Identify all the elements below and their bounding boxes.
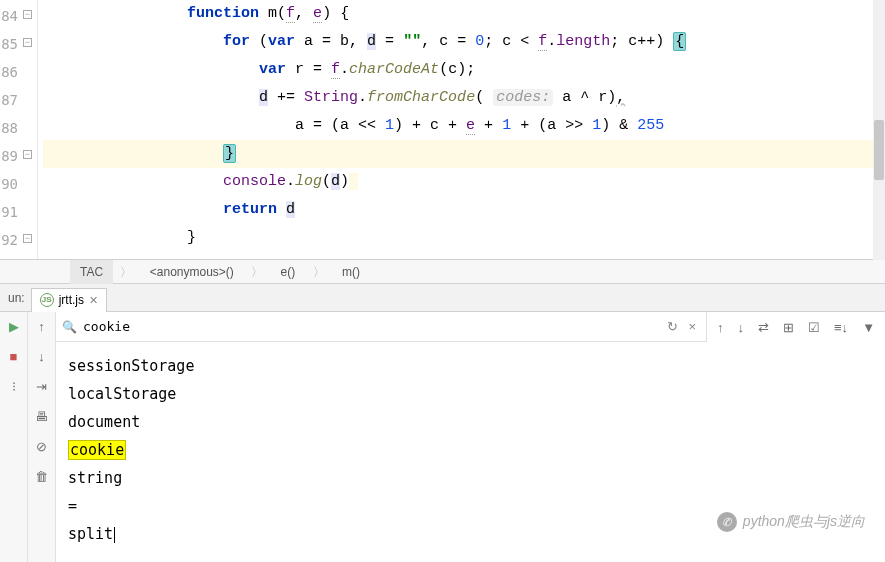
scrollbar-thumb[interactable] [874,120,884,180]
fold-toggle-icon[interactable]: − [23,38,32,47]
console-line: cookie [68,436,873,464]
prev-match-icon[interactable]: ↑ [717,320,724,335]
run-tab-name: jrtt.js [59,286,84,314]
search-icon: 🔍 [62,320,77,334]
clear-icon[interactable]: ⊘ [34,438,50,454]
chevron-right-icon: 〉 [247,265,267,279]
breadcrumb-item[interactable]: m() [332,260,370,284]
wrap-icon[interactable]: ⇥ [34,378,50,394]
line-number: 90 [0,170,18,198]
trash-icon[interactable]: 🗑 [34,468,50,484]
console-line: string [68,464,873,492]
fold-toggle-icon[interactable]: − [23,234,32,243]
breadcrumb-item[interactable]: <anonymous>() [140,260,244,284]
line-number: 88 [0,114,18,142]
toggle3-icon[interactable]: ☑ [808,320,820,335]
close-icon[interactable]: ✕ [89,286,98,314]
run-tab-bar: un: JS jrtt.js ✕ [0,284,885,312]
code-line[interactable]: return d [43,196,885,224]
js-file-icon: JS [40,293,54,307]
code-line[interactable]: } [43,224,885,252]
watermark: ✆ python爬虫与js逆向 [717,512,865,532]
refresh-icon[interactable]: ↻ [667,319,678,334]
chevron-right-icon: 〉 [116,265,136,279]
breadcrumb-item[interactable]: TAC [70,260,113,284]
run-label: un: [2,284,31,312]
code-line[interactable]: } [43,140,885,168]
rerun-icon[interactable]: ▶ [6,318,22,334]
console-toolbar: ↑ ↓ ⇥ 🖶 ⊘ 🗑 [28,312,56,562]
line-number: 89 [0,142,18,170]
breadcrumb-item[interactable]: e() [271,260,306,284]
console-search-bar: 🔍 ↻ × [56,312,706,342]
toggle2-icon[interactable]: ⊞ [783,320,794,335]
code-line[interactable]: console.log(d) [43,168,885,196]
line-number: 92 [0,226,18,254]
run-toolbar: ▶ ■ ⁝ [0,312,28,562]
code-editor[interactable]: function m(f, e) { for (var a = b, d = "… [38,0,885,259]
console-right-toolbar: ↑ ↓ ⇄ ⊞ ☑ ≡↓ ▼ [706,312,885,342]
line-number: 84 [0,2,18,30]
scrollbar[interactable] [873,0,885,260]
line-number: 85 [0,30,18,58]
more-icon[interactable]: ⁝ [6,378,22,394]
breadcrumb: TAC 〉 <anonymous>() 〉 e() 〉 m() [0,260,885,284]
code-line[interactable]: d += String.fromCharCode( codes: a ^ r), [43,84,885,112]
code-line[interactable]: for (var a = b, d = "", c = 0; c < f.len… [43,28,885,56]
console-line: sessionStorage [68,352,873,380]
code-line[interactable]: function m(f, e) { [43,0,885,28]
settings-icon[interactable]: ≡↓ [834,320,848,335]
wechat-icon: ✆ [717,512,737,532]
up-arrow-icon[interactable]: ↑ [34,318,50,334]
console-line: document [68,408,873,436]
down-arrow-icon[interactable]: ↓ [34,348,50,364]
filter-icon[interactable]: ▼ [862,320,875,335]
chevron-right-icon: 〉 [309,265,329,279]
fold-toggle-icon[interactable]: − [23,10,32,19]
watermark-text: python爬虫与js逆向 [743,513,865,531]
code-line[interactable]: var r = f.charCodeAt(c); [43,56,885,84]
next-match-icon[interactable]: ↓ [738,320,745,335]
console-line: localStorage [68,380,873,408]
line-number: 86 [0,58,18,86]
line-number: 87 [0,86,18,114]
run-tab[interactable]: JS jrtt.js ✕ [31,288,107,312]
stop-icon[interactable]: ■ [6,348,22,364]
clear-search-icon[interactable]: × [688,319,696,334]
fold-toggle-icon[interactable]: − [23,150,32,159]
line-number: 91 [0,198,18,226]
code-line[interactable]: a = (a << 1) + c + e + 1 + (a >> 1) & 25… [43,112,885,140]
search-input[interactable] [83,319,661,334]
toggle1-icon[interactable]: ⇄ [758,320,769,335]
line-number-gutter: 848586878889909192 [0,0,18,259]
fold-gutter: −−−− [18,0,38,259]
print-icon[interactable]: 🖶 [34,408,50,424]
